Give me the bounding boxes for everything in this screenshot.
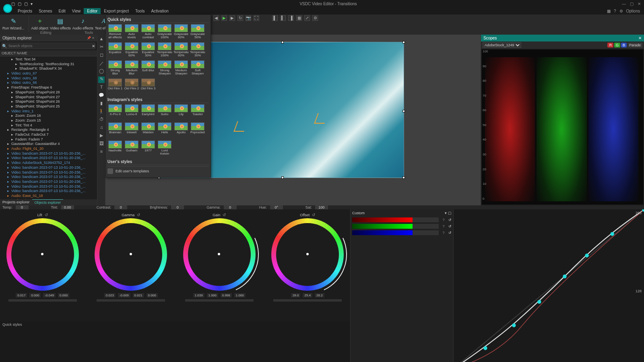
param-value-contrast[interactable]: 0 (114, 205, 127, 209)
param-value-tint[interactable]: 0.00 (61, 205, 74, 209)
align-right-icon[interactable]: ▐ (288, 15, 294, 21)
tree-node[interactable]: ▸Video: bandicam 2023-07-13 10-51-20-236… (0, 184, 97, 189)
param-value-temp[interactable]: 0 (16, 205, 29, 209)
wheel-slider[interactable] (97, 299, 165, 302)
tooltip-tool-icon[interactable]: 💬 (98, 93, 105, 99)
scopes-source-select[interactable]: AdobeStock_1249 (483, 42, 521, 48)
style-temperature-30-[interactable]: Temperature 30% (190, 42, 205, 58)
align-left-icon[interactable]: ▌ (272, 15, 278, 21)
play-icon[interactable]: ▶ (221, 15, 227, 21)
cursor-tool-icon[interactable]: ▲ (98, 36, 105, 43)
green-channel-bar[interactable] (352, 224, 439, 229)
style-sutro[interactable]: Sutro (157, 104, 172, 120)
tree-node[interactable]: ▸TextRecoloring: TextRecoloring 31 (0, 62, 97, 67)
snapshot-icon[interactable]: 📷 (246, 15, 251, 21)
line-tool-icon[interactable]: ／ (98, 60, 105, 67)
tree-node[interactable]: ▸Video: bandicam 2023-07-13 10-51-20-236… (0, 151, 97, 156)
style-remove-all-effects[interactable]: Remove all effects (107, 24, 123, 40)
menu-edit[interactable]: Edit (55, 8, 68, 14)
style-poprocket[interactable]: Poprocket (190, 122, 205, 138)
style-earlybird[interactable]: Earlybird (140, 104, 156, 120)
tree-node[interactable]: ▸Video: bandicam 2023-07-13 10-51-20-236… (0, 175, 97, 180)
style-auto-contrast[interactable]: Auto contrast (140, 24, 156, 40)
style-lomo-fi[interactable]: Lomo-fi (124, 104, 139, 120)
style-inkwell[interactable]: Inkwell (124, 122, 139, 138)
reset-b-icon[interactable]: ↺ (448, 231, 452, 235)
tree-node[interactable]: ▸Video: bandicam 2023-07-13 10-51-20-236… (0, 180, 97, 184)
cut-tool-icon[interactable]: ✂ (98, 44, 105, 51)
style-soft-blur[interactable]: Soft Blur (140, 60, 156, 76)
reset-r-icon[interactable]: ↺ (448, 218, 452, 222)
style-soft-sharpen[interactable]: Soft Sharpen (190, 60, 205, 76)
tree-node[interactable]: ▸ShadowFX: ShadowFX 34 (0, 66, 97, 71)
wheel-gain[interactable]: Gain↺1.0391.0000.9981.000 (178, 213, 260, 362)
param-value-sat[interactable]: 100 (315, 205, 328, 209)
wheel-slider[interactable] (8, 299, 77, 302)
tree-node[interactable]: ▸Zoom: Zoom 16 (0, 114, 97, 118)
tree-node[interactable]: ▸Video: intro_1 (0, 109, 97, 114)
custom-label[interactable]: Custom (352, 211, 365, 215)
red-channel-bar[interactable] (352, 217, 439, 222)
wheel-lift[interactable]: Lift↺0.0170.000-0.0490.000 (2, 213, 84, 362)
man-tool-icon[interactable]: 🚶 (98, 109, 105, 115)
audio-tool-icon[interactable]: ♫ (98, 125, 105, 131)
style-temperature-100-[interactable]: Temperature 100% (157, 42, 172, 58)
run-wizard-button[interactable]: ✎ Run Wizard... (2, 16, 25, 31)
style-hefe[interactable]: Hefe (157, 122, 172, 138)
style-equalize-60-[interactable]: Equalize 60% (124, 42, 139, 58)
tree-node[interactable]: ▸ShapePoint: ShapePoint 25 (0, 104, 97, 109)
tree-node[interactable]: ▸GaussianBlur: GaussianBlur 4 (0, 142, 97, 147)
style-x-pro-ii[interactable]: X-Pro II (107, 104, 123, 120)
tree-node[interactable]: ▸Tint: Tint 4 (0, 123, 97, 128)
video-effects-button[interactable]: ▤ Video effects (50, 16, 71, 31)
maximize-button[interactable]: ▢ (630, 2, 634, 6)
curves-panel[interactable]: 255 128 In: Out: X: 0, Y: 0 (453, 209, 644, 362)
menu-activation[interactable]: Activation (148, 8, 171, 14)
tree-node[interactable]: ▸Text: Text 34 (0, 57, 97, 62)
style-apollo[interactable]: Apollo (173, 122, 189, 138)
menu-export-project[interactable]: Export project (101, 8, 132, 14)
wheel-gamma[interactable]: Gamma↺0.023-0.0090.0210.000 (90, 213, 172, 362)
quick-save-icon[interactable]: ▢ (11, 2, 15, 6)
tree-node[interactable]: ▸Rectangle: Rectangle 4 (0, 128, 97, 132)
tree-node[interactable]: ▸ShapePoint: ShapePoint 26 (0, 99, 97, 104)
style-temperature-60-[interactable]: Temperature 60% (173, 42, 189, 58)
style-grayscale-60-[interactable]: Grayscale 60% (173, 24, 189, 40)
quick-new-icon[interactable]: ▢ (18, 2, 22, 6)
loop-icon[interactable]: ↻ (237, 15, 243, 21)
reset-icon[interactable]: ↺ (45, 213, 48, 217)
tree-node[interactable]: ▸Video: AdobeStock_519943752_174 (0, 161, 97, 165)
reset-icon[interactable]: ↺ (137, 213, 140, 217)
tree-node[interactable]: ▸Video: outro_67 (0, 71, 97, 76)
tree-node[interactable]: ▸Video: bandicam 2023-07-13 10-51-20-236… (0, 170, 97, 175)
style-lily[interactable]: Lily (173, 104, 189, 120)
video-tool-icon[interactable]: ▶ (98, 133, 105, 139)
menu-editor[interactable]: Editor (84, 8, 101, 14)
scope-chip-g[interactable]: G (614, 43, 620, 48)
settings-gear-icon[interactable]: ⚙ (312, 15, 318, 21)
custom-dropdown-icon[interactable]: ▾ ▢ (445, 211, 452, 215)
subtitle-tool-icon[interactable]: ≡ (98, 149, 105, 155)
tree-node[interactable]: ▸FadeOut: FadeOut 7 (0, 132, 97, 137)
object-search[interactable]: 🔍 ✕ (2, 43, 95, 49)
quick-more-icon[interactable]: ▾ (31, 2, 35, 6)
tree-node[interactable]: ▸Video: bandicam 2023-07-13 10-51-20-236… (0, 165, 97, 170)
style-lord-kelvin[interactable]: Lord Kelvin (157, 141, 172, 156)
tree-node[interactable]: ▸ShapePoint: ShapePoint 27 (0, 95, 97, 100)
param-value-brightness[interactable]: 0 (171, 205, 184, 209)
pin-icon[interactable]: 📌 ✕ (87, 36, 95, 40)
scope-chip-r[interactable]: R (607, 43, 613, 48)
column-object-name[interactable]: OBJECT NAME (2, 51, 27, 55)
menu-scenes[interactable]: Scenes (35, 8, 55, 14)
explorer-tab[interactable]: Objects explorer (32, 199, 64, 205)
tree-node[interactable]: ▸Zoom: Zoom 15 (0, 118, 97, 123)
align-center-icon[interactable]: ▍ (280, 15, 286, 21)
close-button[interactable]: ✕ (638, 2, 641, 6)
style-walden[interactable]: Walden (140, 122, 156, 138)
style-equalize-30-[interactable]: Equalize 30% (140, 42, 156, 58)
blue-channel-bar[interactable] (352, 230, 439, 235)
style-medium-sharpen[interactable]: Medium Sharpen (173, 60, 189, 76)
tree-node[interactable]: ▸FadeIn: FadeIn 7 (0, 137, 97, 142)
settings-icon[interactable]: ⚙ (619, 9, 623, 13)
object-tree[interactable]: ▸Text: Text 34▸TextRecoloring: TextRecol… (0, 56, 97, 199)
